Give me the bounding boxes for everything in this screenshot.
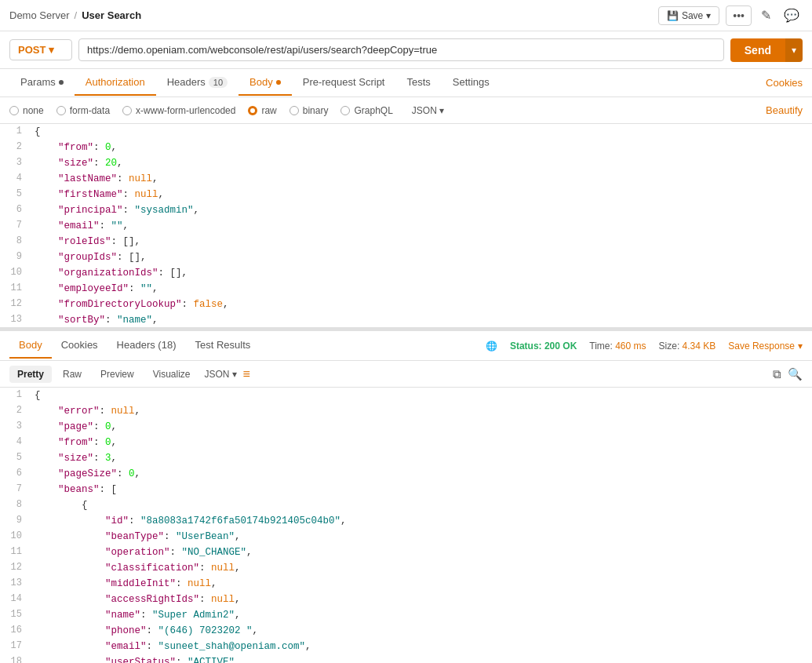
- table-row: 5 "size": 3,: [0, 450, 812, 466]
- radio-binary[interactable]: binary: [289, 105, 329, 116]
- line-content: "beans": [: [31, 482, 812, 497]
- edit-button[interactable]: ✎: [758, 5, 774, 26]
- radio-raw[interactable]: raw: [248, 105, 276, 116]
- line-number: 10: [0, 529, 31, 545]
- format-tab-visualize[interactable]: Visualize: [145, 366, 198, 383]
- line-number: 1: [0, 124, 31, 140]
- url-input[interactable]: [78, 38, 724, 61]
- line-content: {: [31, 124, 812, 140]
- request-title: User Search: [82, 9, 141, 21]
- size-label: Size: 4.34 KB: [659, 341, 716, 352]
- line-number: 13: [0, 576, 31, 592]
- line-content: "sortBy": "name",: [31, 312, 812, 328]
- save-button[interactable]: 💾 Save ▾: [658, 6, 719, 25]
- tab-authorization[interactable]: Authorization: [75, 70, 156, 96]
- line-content: "lastName": null,: [31, 171, 812, 187]
- table-row: 9 "groupIds": [],: [0, 250, 812, 265]
- radio-graphql-circle: [340, 106, 350, 115]
- line-number: 18: [0, 654, 31, 663]
- table-row: 8 "roleIds": [],: [0, 234, 812, 250]
- line-number: 10: [0, 265, 31, 281]
- filter-icon-button[interactable]: ≡: [243, 367, 250, 381]
- table-row: 2 "from": 0,: [0, 140, 812, 155]
- table-row: 6 "pageSize": 0,: [0, 466, 812, 482]
- response-tab-body[interactable]: Body: [9, 333, 52, 359]
- line-content: "middleInit": null,: [31, 576, 812, 592]
- line-content: "email": "suneet_shah@openiam.com",: [31, 639, 812, 654]
- breadcrumb-sep: /: [75, 9, 78, 21]
- line-content: "phone": "(646) 7023202 ",: [31, 623, 812, 639]
- top-bar: Demo Server / User Search 💾 Save ▾ ••• ✎…: [0, 0, 812, 31]
- response-code-editor[interactable]: 1{2 "error": null,3 "page": 0,4 "from": …: [0, 388, 812, 663]
- line-number: 17: [0, 639, 31, 654]
- radio-form-data[interactable]: form-data: [56, 105, 110, 116]
- radio-none[interactable]: none: [9, 105, 44, 116]
- response-format-select[interactable]: JSON ▾: [205, 369, 237, 380]
- table-row: 17 "email": "suneet_shah@openiam.com",: [0, 639, 812, 654]
- tab-tests[interactable]: Tests: [395, 70, 441, 96]
- table-row: 4 "from": 0,: [0, 435, 812, 450]
- table-row: 1{: [0, 124, 812, 140]
- format-tab-raw[interactable]: Raw: [55, 366, 89, 383]
- request-body-editor[interactable]: 1{2 "from": 0,3 "size": 20,4 "lastName":…: [0, 124, 812, 328]
- beautify-button[interactable]: Beautify: [766, 104, 803, 116]
- line-number: 2: [0, 403, 31, 419]
- copy-response-button[interactable]: ⧉: [773, 367, 781, 381]
- request-tabs-bar: Params Authorization Headers 10 Body Pre…: [0, 69, 812, 97]
- radio-raw-circle: [248, 106, 257, 115]
- send-arrow-button[interactable]: ▾: [785, 38, 803, 62]
- tab-prerequest[interactable]: Pre-request Script: [292, 70, 396, 96]
- dots-icon: •••: [733, 9, 745, 22]
- search-response-button[interactable]: 🔍: [788, 367, 803, 381]
- radio-binary-circle: [289, 106, 299, 115]
- line-content: "beanType": "UserBean",: [31, 529, 812, 545]
- line-content: "accessRightIds": null,: [31, 592, 812, 607]
- send-button[interactable]: Send: [730, 38, 785, 62]
- edit-icon: ✎: [761, 9, 771, 22]
- line-number: 12: [0, 297, 31, 312]
- line-number: 2: [0, 140, 31, 155]
- line-content: "userStatus": "ACTIVE",: [31, 654, 812, 663]
- line-number: 5: [0, 187, 31, 202]
- line-number: 1: [0, 388, 31, 403]
- response-status-bar: 🌐 Status: 200 OK Time: 460 ms Size: 4.34…: [486, 341, 803, 352]
- tab-body[interactable]: Body: [239, 70, 292, 96]
- save-response-button[interactable]: Save Response ▾: [728, 341, 803, 352]
- body-dot: [276, 80, 281, 85]
- body-type-bar: none form-data x-www-form-urlencoded raw…: [0, 97, 812, 124]
- tab-settings[interactable]: Settings: [442, 70, 501, 96]
- line-number: 8: [0, 497, 31, 513]
- line-content: "employeeId": "",: [31, 281, 812, 297]
- line-number: 6: [0, 202, 31, 218]
- comment-button[interactable]: 💬: [781, 5, 803, 26]
- cookies-link[interactable]: Cookies: [766, 77, 803, 89]
- table-row: 4 "lastName": null,: [0, 171, 812, 187]
- line-content: "operation": "NO_CHANGE",: [31, 545, 812, 560]
- line-content: "classification": null,: [31, 560, 812, 576]
- table-row: 13 "middleInit": null,: [0, 576, 812, 592]
- response-tab-cookies[interactable]: Cookies: [52, 333, 107, 359]
- method-select[interactable]: POST ▾: [9, 39, 72, 60]
- response-tab-test-results[interactable]: Test Results: [185, 333, 260, 359]
- more-options-button[interactable]: •••: [726, 5, 752, 26]
- format-tab-preview[interactable]: Preview: [93, 366, 142, 383]
- radio-form-data-circle: [56, 106, 66, 115]
- line-number: 12: [0, 560, 31, 576]
- tab-headers[interactable]: Headers 10: [156, 70, 239, 96]
- line-content: "firstName": null,: [31, 187, 812, 202]
- radio-graphql[interactable]: GraphQL: [340, 105, 392, 116]
- line-number: 11: [0, 545, 31, 560]
- json-format-select[interactable]: JSON ▾: [412, 105, 444, 116]
- radio-urlencoded-circle: [122, 106, 132, 115]
- line-number: 5: [0, 450, 31, 466]
- response-tab-headers[interactable]: Headers (18): [107, 333, 186, 359]
- line-number: 7: [0, 482, 31, 497]
- line-number: 6: [0, 466, 31, 482]
- line-number: 4: [0, 435, 31, 450]
- format-tab-pretty[interactable]: Pretty: [9, 366, 52, 383]
- line-content: "from": 0,: [31, 435, 812, 450]
- tab-params[interactable]: Params: [9, 70, 75, 96]
- radio-urlencoded[interactable]: x-www-form-urlencoded: [122, 105, 235, 116]
- comment-icon: 💬: [784, 9, 799, 22]
- line-content: "principal": "sysadmin",: [31, 202, 812, 218]
